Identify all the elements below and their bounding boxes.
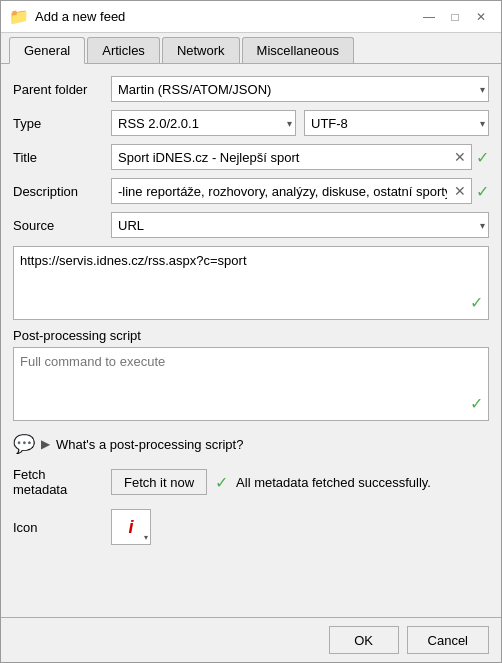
url-textarea-wrapper: https://servis.idnes.cz/rss.aspx?c=sport…	[13, 246, 489, 320]
hint-arrow-icon: ▶	[41, 437, 50, 451]
tab-articles[interactable]: Articles	[87, 37, 160, 63]
type-row: Type RSS 2.0/2.0.1 UTF-8	[13, 110, 489, 136]
title-bar: 📁 Add a new feed — □ ✕	[1, 1, 501, 33]
post-script-textarea-wrapper: ✓	[13, 347, 489, 421]
source-row: Source URL	[13, 212, 489, 238]
parent-folder-label: Parent folder	[13, 82, 103, 97]
form-content: Parent folder Martin (RSS/ATOM/JSON) Typ…	[1, 64, 501, 617]
close-button[interactable]: ✕	[469, 7, 493, 27]
icon-row: Icon i ▾	[13, 509, 489, 545]
title-bar-left: 📁 Add a new feed	[9, 7, 125, 26]
type-label: Type	[13, 116, 103, 131]
parent-folder-select[interactable]: Martin (RSS/ATOM/JSON)	[111, 76, 489, 102]
url-checkmark: ✓	[470, 293, 483, 312]
tab-miscellaneous[interactable]: Miscellaneous	[242, 37, 354, 63]
ok-button[interactable]: OK	[329, 626, 399, 654]
type-control-group: RSS 2.0/2.0.1 UTF-8	[111, 110, 489, 136]
parent-folder-control: Martin (RSS/ATOM/JSON)	[111, 76, 489, 102]
fetch-metadata-row: Fetch metadata Fetch it now ✓ All metada…	[13, 467, 489, 497]
title-input[interactable]	[111, 144, 472, 170]
cancel-button[interactable]: Cancel	[407, 626, 489, 654]
post-script-label: Post-processing script	[13, 328, 489, 343]
tab-bar: General Articles Network Miscellaneous	[1, 33, 501, 64]
post-script-textarea[interactable]	[13, 347, 489, 421]
maximize-button[interactable]: □	[443, 7, 467, 27]
description-clear-button[interactable]: ✕	[450, 181, 470, 201]
title-control-group: ✕ ✓	[111, 144, 489, 170]
icon-label: Icon	[13, 520, 103, 535]
hint-icon: 💬	[13, 433, 35, 455]
description-control-group: ✕ ✓	[111, 178, 489, 204]
encoding-select[interactable]: UTF-8	[304, 110, 489, 136]
encoding-select-wrapper: UTF-8	[304, 110, 489, 136]
url-textarea[interactable]: https://servis.idnes.cz/rss.aspx?c=sport	[13, 246, 489, 320]
fetch-metadata-label: Fetch metadata	[13, 467, 103, 497]
title-clear-button[interactable]: ✕	[450, 147, 470, 167]
title-label: Title	[13, 150, 103, 165]
icon-picker[interactable]: i ▾	[111, 509, 151, 545]
source-select[interactable]: URL	[111, 212, 489, 238]
hint-row: 💬 ▶ What's a post-processing script?	[13, 433, 489, 455]
type-select[interactable]: RSS 2.0/2.0.1	[111, 110, 296, 136]
main-window: 📁 Add a new feed — □ ✕ General Articles …	[0, 0, 502, 663]
parent-folder-select-wrapper: Martin (RSS/ATOM/JSON)	[111, 76, 489, 102]
source-label: Source	[13, 218, 103, 233]
window-icon: 📁	[9, 7, 29, 26]
description-input-wrapper: ✕	[111, 178, 472, 204]
parent-folder-row: Parent folder Martin (RSS/ATOM/JSON)	[13, 76, 489, 102]
minimize-button[interactable]: —	[417, 7, 441, 27]
source-control-group: URL	[111, 212, 489, 238]
post-script-section: Post-processing script ✓	[13, 328, 489, 421]
description-checkmark: ✓	[476, 182, 489, 201]
title-checkmark: ✓	[476, 148, 489, 167]
title-bar-controls: — □ ✕	[417, 7, 493, 27]
icon-picker-chevron: ▾	[144, 533, 148, 542]
description-row: Description ✕ ✓	[13, 178, 489, 204]
title-input-wrapper: ✕	[111, 144, 472, 170]
fetch-success-icon: ✓	[215, 473, 228, 492]
icon-picker-symbol: i	[128, 517, 133, 538]
description-label: Description	[13, 184, 103, 199]
hint-text: What's a post-processing script?	[56, 437, 243, 452]
title-row: Title ✕ ✓	[13, 144, 489, 170]
fetch-it-now-button[interactable]: Fetch it now	[111, 469, 207, 495]
type-select-wrapper: RSS 2.0/2.0.1	[111, 110, 296, 136]
tab-general[interactable]: General	[9, 37, 85, 64]
url-section: https://servis.idnes.cz/rss.aspx?c=sport…	[13, 246, 489, 320]
footer: OK Cancel	[1, 617, 501, 662]
tab-network[interactable]: Network	[162, 37, 240, 63]
source-select-wrapper: URL	[111, 212, 489, 238]
fetch-success-text: All metadata fetched successfully.	[236, 475, 431, 490]
window-title: Add a new feed	[35, 9, 125, 24]
description-input[interactable]	[111, 178, 472, 204]
post-script-checkmark: ✓	[470, 394, 483, 413]
